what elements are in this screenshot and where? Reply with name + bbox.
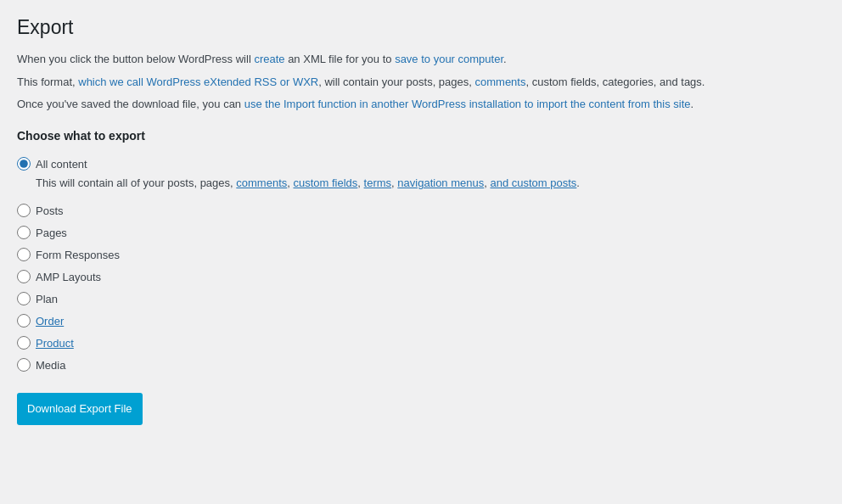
all-terms-link[interactable]: terms [364, 176, 392, 189]
radio-media-label[interactable]: Media [36, 359, 65, 372]
radio-item-product[interactable]: Product [17, 332, 825, 354]
product-link[interactable]: Product [36, 337, 74, 350]
radio-amp-layouts-label[interactable]: AMP Layouts [36, 271, 101, 283]
radio-item-all-content[interactable]: All content [17, 153, 825, 175]
description-2: This format, which we call WordPress eXt… [17, 74, 825, 92]
radio-amp-layouts[interactable] [17, 270, 31, 283]
radio-pages-label[interactable]: Pages [36, 227, 67, 239]
radio-order[interactable] [17, 314, 31, 328]
radio-product-label[interactable]: Product [36, 337, 74, 350]
radio-item-media[interactable]: Media [17, 354, 825, 376]
radio-all-content-label[interactable]: All content [36, 158, 87, 171]
export-options-group: All content This will contain all of you… [17, 153, 825, 376]
radio-order-label[interactable]: Order [36, 315, 64, 328]
import-link[interactable]: use the Import function in another WordP… [244, 98, 691, 110]
all-custom-fields-link[interactable]: custom fields [293, 176, 357, 189]
save-link[interactable]: save to your computer [395, 53, 503, 65]
radio-item-pages[interactable]: Pages [17, 221, 825, 244]
all-custom-posts-link[interactable]: and custom posts [490, 176, 576, 189]
radio-item-amp-layouts[interactable]: AMP Layouts [17, 266, 825, 288]
radio-plan[interactable] [17, 292, 31, 305]
all-content-description: This will contain all of your posts, pag… [36, 175, 825, 193]
description-1: When you click the button below WordPres… [17, 51, 825, 69]
radio-pages[interactable] [17, 226, 31, 239]
download-export-button[interactable]: Download Export File [17, 393, 143, 425]
radio-item-posts[interactable]: Posts [17, 199, 825, 221]
radio-plan-label[interactable]: Plan [36, 293, 58, 305]
radio-item-form-responses[interactable]: Form Responses [17, 244, 825, 266]
radio-form-responses-label[interactable]: Form Responses [36, 249, 120, 261]
wxr-link[interactable]: which we call WordPress eXtended RSS or … [78, 76, 318, 88]
radio-item-order[interactable]: Order [17, 310, 825, 332]
radio-product[interactable] [17, 336, 31, 350]
radio-posts-label[interactable]: Posts [36, 204, 64, 217]
radio-posts[interactable] [17, 204, 31, 217]
all-comments-link[interactable]: comments [236, 176, 287, 189]
create-link[interactable]: create [254, 53, 284, 65]
all-nav-menus-link[interactable]: navigation menus [397, 176, 484, 189]
page-title: Export [17, 15, 825, 41]
radio-all-content[interactable] [17, 157, 31, 171]
radio-item-plan[interactable]: Plan [17, 288, 825, 310]
order-link[interactable]: Order [36, 315, 64, 328]
section-heading: Choose what to export [17, 129, 825, 143]
radio-media[interactable] [17, 358, 31, 372]
comments-link[interactable]: comments [475, 76, 526, 88]
description-3: Once you've saved the download file, you… [17, 96, 825, 114]
radio-form-responses[interactable] [17, 248, 31, 261]
